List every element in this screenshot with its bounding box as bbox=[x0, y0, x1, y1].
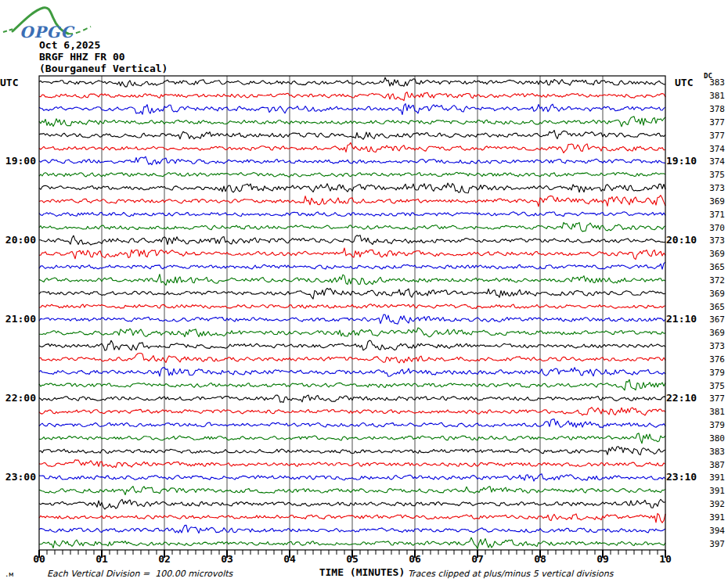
time-label-left: 21:00 bbox=[0, 313, 36, 325]
x-tick-label: 01 bbox=[89, 553, 114, 565]
helicorder-page: OPGC Oct 6,2025 BRGF HHZ FR 00 (Bourgane… bbox=[0, 0, 728, 582]
time-label-left: 19:00 bbox=[0, 155, 36, 167]
dc-value: 397 bbox=[699, 539, 725, 549]
helicorder-plot bbox=[0, 0, 728, 582]
dc-value: 370 bbox=[699, 223, 725, 233]
dc-value: 369 bbox=[699, 289, 725, 299]
time-label-right: 20:10 bbox=[666, 234, 697, 246]
dc-value: 365 bbox=[699, 262, 725, 272]
time-label-right: 22:10 bbox=[666, 392, 697, 404]
time-label-left: 20:00 bbox=[0, 234, 36, 246]
time-label-right: 19:10 bbox=[666, 155, 697, 167]
dc-value: 369 bbox=[699, 249, 725, 259]
dc-value: 374 bbox=[699, 156, 725, 167]
dc-value: 381 bbox=[699, 407, 725, 417]
dc-value: 367 bbox=[699, 314, 725, 325]
dc-value: 374 bbox=[699, 144, 725, 154]
x-tick-label: 10 bbox=[653, 553, 678, 565]
dc-value: 391 bbox=[699, 512, 725, 523]
x-axis-title: TIME (MINUTES) bbox=[305, 566, 419, 578]
dc-value: 383 bbox=[699, 447, 725, 457]
x-tick-label: 09 bbox=[590, 553, 615, 565]
dc-value: 391 bbox=[699, 486, 725, 496]
dc-value: 383 bbox=[699, 77, 725, 88]
dc-value: 365 bbox=[699, 302, 725, 312]
x-tick-label: 05 bbox=[340, 553, 365, 565]
time-label-left: 23:00 bbox=[0, 471, 36, 483]
dc-value: 372 bbox=[699, 275, 725, 286]
dc-value: 371 bbox=[699, 210, 725, 220]
dc-value: 387 bbox=[699, 460, 725, 470]
dc-value: 391 bbox=[699, 472, 725, 483]
time-label-left: 22:00 bbox=[0, 392, 36, 404]
dc-value: 377 bbox=[699, 131, 725, 141]
time-label-right: 21:10 bbox=[666, 313, 697, 325]
clip-note: Traces clipped at plus/minus 5 vertical … bbox=[408, 569, 614, 579]
x-tick-label: 00 bbox=[27, 553, 52, 565]
dc-value: 375 bbox=[699, 170, 725, 180]
dc-value: 381 bbox=[699, 91, 725, 101]
x-tick-label: 06 bbox=[402, 553, 427, 565]
x-tick-label: 04 bbox=[277, 553, 302, 565]
dc-value: 378 bbox=[699, 104, 725, 114]
time-label-right: 23:10 bbox=[666, 471, 697, 483]
dc-value: 369 bbox=[699, 196, 725, 207]
dc-value: 392 bbox=[699, 499, 725, 509]
dc-value: 376 bbox=[699, 354, 725, 365]
dc-value: 380 bbox=[699, 433, 725, 444]
x-tick-label: 02 bbox=[152, 553, 177, 565]
scale-note: Each Vertical Division = 100.00 microvol… bbox=[47, 569, 232, 579]
dc-value: 373 bbox=[699, 341, 725, 351]
dc-value: 379 bbox=[699, 368, 725, 378]
dc-value: 377 bbox=[699, 393, 725, 404]
dc-value: 379 bbox=[699, 420, 725, 430]
x-tick-label: 03 bbox=[214, 553, 240, 565]
dc-value: 369 bbox=[699, 328, 725, 338]
dc-value: 394 bbox=[699, 526, 725, 536]
x-tick-label: 07 bbox=[465, 553, 490, 565]
microvolt-scale-marker: .м bbox=[5, 570, 13, 578]
dc-value: 375 bbox=[699, 381, 725, 391]
dc-value: 373 bbox=[699, 235, 725, 246]
dc-value: 373 bbox=[699, 183, 725, 193]
dc-value: 377 bbox=[699, 117, 725, 128]
x-tick-label: 08 bbox=[528, 553, 553, 565]
